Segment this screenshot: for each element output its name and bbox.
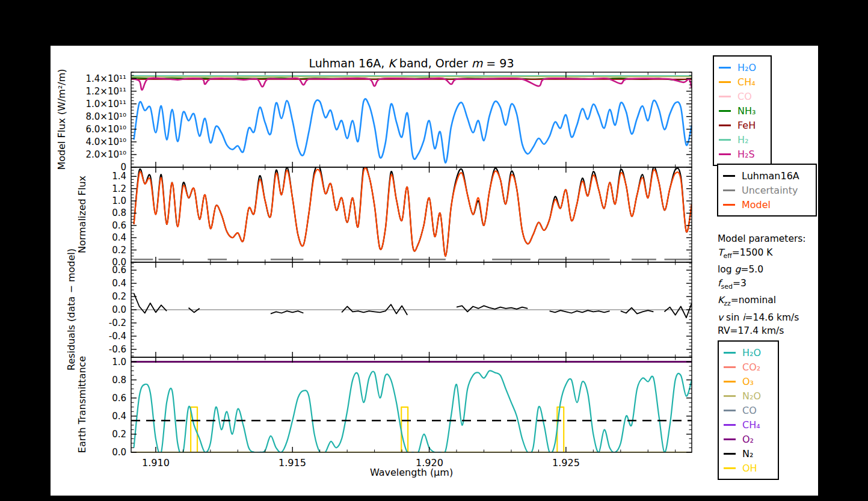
legend-label: CO₂: [742, 361, 760, 373]
xtick-label: 1.925: [539, 457, 593, 469]
params-vsini: v sin i=14.6 km/s: [718, 311, 806, 325]
legend-label: CO: [742, 405, 757, 416]
xtick-label: 1.920: [402, 457, 457, 469]
legend-line-sample: [724, 366, 736, 368]
series-normalized-flux-Model: [134, 168, 692, 256]
ytick-label-residuals: 0.2: [51, 291, 126, 302]
xtick-label: 1.915: [265, 457, 319, 469]
legend-line-sample: [724, 467, 736, 469]
ytick-label-normalized-flux: 0.6: [51, 220, 126, 231]
legend-label: N₂O: [742, 390, 761, 402]
legend-line-sample: [719, 81, 731, 83]
legend-telluric-item-8: OH: [724, 461, 773, 475]
legend-data-item-1: Uncertainty: [723, 183, 811, 197]
legend-telluric-item-5: CH₄: [724, 417, 773, 432]
series-earth-transmittance-OH: [191, 407, 564, 452]
ytick-label-normalized-flux: 1.2: [51, 183, 126, 194]
ytick-label-earth-transmittance: 1.0: [51, 357, 126, 367]
panel-earth-transmittance: [131, 362, 692, 455]
legend-label: H₂: [737, 134, 748, 146]
legend-line-sample: [724, 410, 736, 411]
series-residuals-residual: [134, 294, 692, 318]
legend-telluric-item-4: CO: [724, 403, 773, 417]
ytick-label-residuals: 0.6: [51, 265, 126, 275]
legend-label: H₂O: [737, 62, 756, 73]
spectrum-plot-svg: [51, 46, 818, 496]
params-kzz: Kzz=nominal: [718, 294, 806, 311]
legend-label: FeH: [737, 120, 756, 131]
ytick-label-model-flux: 1.4×10¹¹: [51, 73, 126, 84]
panel-model-flux: [131, 76, 692, 162]
legend-telluric: H₂OCO₂O₃N₂OCOCH₄O₂N₂OH: [718, 340, 779, 480]
panel-residuals: [131, 294, 692, 318]
model-parameters: Model parameters: Teff=1500 K log g=5.0 …: [718, 232, 806, 358]
legend-telluric-item-6: O₂: [724, 432, 773, 446]
params-logg: log g=5.0: [718, 263, 806, 277]
legend-label: Luhman16A: [742, 170, 799, 182]
ytick-label-model-flux: 6.0×10¹⁰: [51, 124, 126, 135]
legend-label: CO: [737, 91, 752, 102]
panel-frame-normalized-flux: [131, 167, 692, 262]
ytick-label-model-flux: 2.0×10¹⁰: [51, 149, 126, 160]
params-fsed: fsed=3: [718, 277, 806, 294]
legend-label: H₂O: [742, 347, 761, 358]
ytick-label-earth-transmittance: 0.6: [51, 393, 126, 404]
legend-line-sample: [724, 395, 736, 397]
ytick-label-residuals: -0.2: [51, 318, 126, 328]
legend-telluric-item-1: CO₂: [724, 360, 773, 374]
ytick-label-normalized-flux: 0.8: [51, 207, 126, 218]
legend-label: NH₃: [737, 105, 756, 117]
ytick-label-model-flux: 1.0×10¹¹: [51, 99, 126, 109]
series-earth-transmittance-H2O: [134, 370, 692, 455]
legend-line-sample: [723, 175, 735, 177]
panel-frame-model-flux: [131, 72, 692, 167]
legend-telluric-item-3: N₂O: [724, 389, 773, 403]
chart-title: Luhman 16A, K band, Order m = 93: [201, 57, 622, 70]
ytick-label-normalized-flux: 1.0: [51, 195, 126, 206]
legend-line-sample: [719, 67, 731, 69]
legend-telluric-item-2: O₃: [724, 374, 773, 389]
legend-label: OH: [742, 463, 757, 474]
params-heading: Model parameters:: [718, 232, 806, 246]
xtick-label: 1.910: [129, 457, 183, 469]
legend-data: Luhman16AUncertaintyModel: [717, 164, 817, 217]
ytick-label-normalized-flux: 0.4: [51, 232, 126, 243]
legend-label: O₂: [742, 434, 754, 445]
legend-species-item-1: CH₄: [719, 75, 766, 89]
legend-data-item-2: Model: [723, 197, 811, 212]
legend-species-item-3: NH₃: [719, 103, 766, 118]
legend-line-sample: [724, 381, 736, 383]
panel-normalized-flux: [134, 165, 692, 260]
legend-label: N₂: [742, 448, 753, 460]
legend-line-sample: [724, 453, 736, 455]
ytick-label-earth-transmittance: 0.0: [51, 447, 126, 458]
legend-species-item-2: CO: [719, 89, 766, 103]
ytick-label-earth-transmittance: 0.4: [51, 411, 126, 422]
ytick-label-residuals: 0.0: [51, 304, 126, 315]
ytick-label-earth-transmittance: 0.2: [51, 429, 126, 440]
legend-label: Model: [742, 199, 771, 211]
legend-label: CH₄: [737, 76, 756, 88]
legend-species-item-0: H₂O: [719, 60, 766, 75]
ytick-label-model-flux: 8.0×10¹⁰: [51, 111, 126, 122]
legend-line-sample: [719, 110, 731, 112]
legend-line-sample: [723, 204, 735, 206]
legend-label: O₃: [742, 376, 754, 387]
ytick-label-residuals: -0.4: [51, 331, 126, 342]
legend-line-sample: [724, 352, 736, 354]
legend-telluric-item-7: N₂: [724, 446, 773, 461]
legend-species-item-4: FeH: [719, 118, 766, 132]
legend-species-item-5: H₂: [719, 132, 766, 147]
legend-label: CH₄: [742, 419, 760, 431]
legend-line-sample: [723, 189, 735, 191]
params-teff: Teff=1500 K: [718, 246, 806, 263]
legend-line-sample: [719, 139, 731, 141]
ytick-label-residuals: -0.6: [51, 344, 126, 355]
legend-line-sample: [719, 153, 731, 155]
legend-line-sample: [719, 96, 731, 97]
legend-species: H₂OCH₄CONH₃FeHH₂H₂S: [713, 55, 772, 166]
legend-label: Uncertainty: [742, 185, 798, 196]
legend-line-sample: [724, 424, 736, 426]
legend-species-item-6: H₂S: [719, 147, 766, 161]
ytick-label-model-flux: 4.0×10¹⁰: [51, 137, 126, 147]
